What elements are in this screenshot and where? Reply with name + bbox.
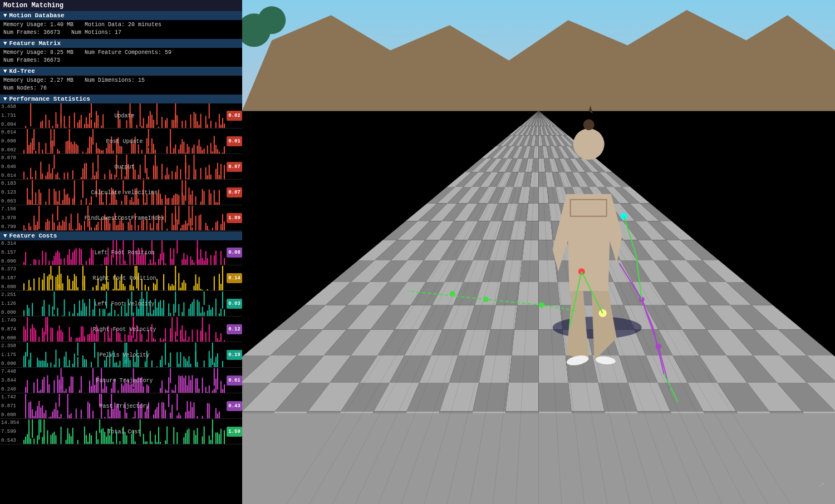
chart-badge-pelvis-vel: 0.19 (227, 350, 242, 360)
chart-badge-post-update: 0.01 (227, 136, 242, 146)
chart-canvas-post-update (23, 129, 225, 154)
chart-calculate-velocities: 0.1830.1230.063Calculate velocities0.07 (0, 180, 242, 205)
feature-matrix-header: ▼ Feature Matrix (0, 39, 242, 48)
kd-nodes: Num Nodes: 76 (3, 85, 47, 92)
kd-tree-label: Kd-Tree (9, 68, 35, 75)
motion-database-content: Memory Usage: 1.40 MB Motion Data: 20 mi… (0, 20, 242, 39)
chart-labels-total-cost: 14.8547.5990.543 (0, 419, 23, 444)
left-panel: Motion Matching ▼ Motion Database Memory… (0, 0, 242, 504)
chart-labels-right-foot-pos: 8.3738.1878.000 (0, 266, 23, 290)
feature-costs-label: Feature Costs (9, 233, 57, 239)
chart-area-right-foot-pos: Right Foot Position (23, 266, 225, 290)
chart-badge-left-foot-vel: 0.03 (227, 299, 242, 309)
chart-area-total-cost: Total Cost (23, 419, 225, 444)
chart-pelvis-vel: 2.3581.1750.000Pelvis Velocity0.19 (0, 343, 242, 368)
chart-labels-past-trajectory: 1.7420.8710.000 (0, 394, 23, 418)
chart-update: 3.4581.7310.004Update0.02 (0, 103, 242, 129)
chart-badge-output: 0.07 (227, 162, 242, 172)
chart-find-lowest: 7.1563.9780.799FindLowestCostFrameIndex1… (0, 206, 242, 231)
collapse-icon: ▼ (3, 12, 7, 19)
chart-canvas-output (23, 155, 225, 179)
chart-area-post-update: Post Update (23, 129, 225, 154)
chart-badge-find-lowest: 1.89 (227, 213, 242, 223)
chart-canvas-future-trajectory (23, 368, 225, 393)
motion-database-header: ▼ Motion Database (0, 11, 242, 20)
perf-stats-label: Performance Statistics (9, 96, 90, 102)
chart-labels-pelvis-vel: 2.3581.1750.000 (0, 343, 23, 367)
chart-canvas-right-foot-pos (23, 266, 225, 290)
chart-labels-post-update: 0.0140.0080.002 (0, 129, 23, 154)
chart-right-foot-vel: 1.7490.8740.000Right Foot Velocity0.12 (0, 317, 242, 342)
collapse-icon-kd: ▼ (3, 68, 7, 75)
chart-canvas-calculate-velocities (23, 180, 225, 205)
motion-database-label: Motion Database (9, 12, 65, 19)
feature-costs-header: ▼ Feature Costs (0, 231, 242, 240)
chart-badge-left-foot-pos: 0.08 (227, 248, 242, 258)
chart-labels-future-trajectory: 7.4483.8440.240 (0, 368, 23, 393)
chart-canvas-pelvis-vel (23, 343, 225, 367)
chart-labels-left-foot-pos: 8.3148.1578.000 (0, 240, 23, 265)
chart-canvas-left-foot-pos (23, 240, 225, 265)
kd-dimensions: Num Dimensions: 15 (85, 77, 145, 85)
chart-future-trajectory: 7.4483.8440.240Future Trajectory0.61 (0, 368, 242, 393)
chart-badge-right-foot-pos: 0.14 (227, 273, 242, 283)
chart-canvas-update (23, 103, 225, 128)
chart-area-output: Output (23, 155, 225, 179)
app-title: Motion Matching (3, 2, 63, 9)
kd-memory: Memory Usage: 2.27 MB (3, 77, 73, 85)
fm-components: Num Feature Components: 59 (85, 49, 171, 57)
chart-canvas-find-lowest (23, 206, 225, 230)
feature-charts-container: 8.3148.1578.000Left Foot Position0.088.3… (0, 240, 242, 444)
collapse-icon-fm: ▼ (3, 40, 7, 47)
motion-db-frames: Num Frames: 36673 (3, 29, 60, 37)
chart-area-calculate-velocities: Calculate velocities (23, 180, 225, 205)
chart-badge-right-foot-vel: 0.12 (227, 324, 242, 334)
chart-labels-right-foot-vel: 1.7490.8740.000 (0, 317, 23, 342)
collapse-icon-fc: ▼ (3, 233, 7, 239)
chart-area-past-trajectory: Past Trajectory (23, 394, 225, 418)
perf-stats-header: ▼ Performance Statistics (0, 95, 242, 103)
fm-frames: Num Frames: 36673 (3, 57, 60, 65)
chart-labels-find-lowest: 7.1563.9780.799 (0, 206, 23, 230)
chart-area-pelvis-vel: Pelvis Velocity (23, 343, 225, 367)
chart-past-trajectory: 1.7420.8710.000Past Trajectory0.43 (0, 394, 242, 419)
kd-tree-header: ▼ Kd-Tree (0, 67, 242, 76)
chart-badge-total-cost: 1.59 (227, 427, 242, 437)
motion-db-motions: Num Motions: 17 (71, 29, 121, 37)
chart-badge-update: 0.02 (227, 111, 242, 121)
chart-labels-update: 3.4581.7310.004 (0, 103, 23, 128)
chart-area-left-foot-vel: Left Foot Velocity (23, 291, 225, 316)
chart-area-right-foot-vel: Right Foot Velocity (23, 317, 225, 342)
fm-memory: Memory Usage: 8.25 MB (3, 49, 73, 57)
motion-db-data: Motion Data: 20 minutes (85, 21, 161, 29)
feature-matrix-label: Feature Matrix (9, 40, 61, 47)
chart-area-left-foot-pos: Left Foot Position (23, 240, 225, 265)
chart-area-future-trajectory: Future Trajectory (23, 368, 225, 393)
chart-labels-output: 0.0780.0460.014 (0, 155, 23, 179)
feature-matrix-content: Memory Usage: 8.25 MB Num Feature Compon… (0, 48, 242, 67)
chart-canvas-left-foot-vel (23, 291, 225, 316)
chart-left-foot-pos: 8.3148.1578.000Left Foot Position0.08 (0, 240, 242, 265)
chart-labels-left-foot-vel: 2.2511.1260.000 (0, 291, 23, 316)
chart-output: 0.0780.0460.014Output0.07 (0, 155, 242, 180)
chart-canvas-right-foot-vel (23, 317, 225, 342)
chart-badge-calculate-velocities: 0.07 (227, 187, 242, 197)
chart-left-foot-vel: 2.2511.1260.000Left Foot Velocity0.03 (0, 291, 242, 317)
chart-area-update: Update (23, 103, 225, 128)
chart-post-update: 0.0140.0080.002Post Update0.01 (0, 129, 242, 154)
chart-canvas-total-cost (23, 419, 225, 444)
chart-area-find-lowest: FindLowestCostFrameIndex (23, 206, 225, 230)
chart-canvas-past-trajectory (23, 394, 225, 418)
perf-charts-container: 3.4581.7310.004Update0.020.0140.0080.002… (0, 103, 242, 231)
chart-labels-calculate-velocities: 0.1830.1230.063 (0, 180, 23, 205)
app-title-bar: Motion Matching (0, 0, 242, 11)
chart-badge-future-trajectory: 0.61 (227, 375, 242, 386)
chart-right-foot-pos: 8.3738.1878.000Right Foot Position0.14 (0, 266, 242, 291)
chart-total-cost: 14.8547.5990.543Total Cost1.59 (0, 419, 242, 444)
kd-tree-content: Memory Usage: 2.27 MB Num Dimensions: 15… (0, 76, 242, 95)
viewport (242, 0, 835, 504)
motion-db-memory: Memory Usage: 1.40 MB (3, 21, 73, 29)
chart-badge-past-trajectory: 0.43 (227, 401, 242, 411)
collapse-icon-perf: ▼ (3, 96, 7, 102)
